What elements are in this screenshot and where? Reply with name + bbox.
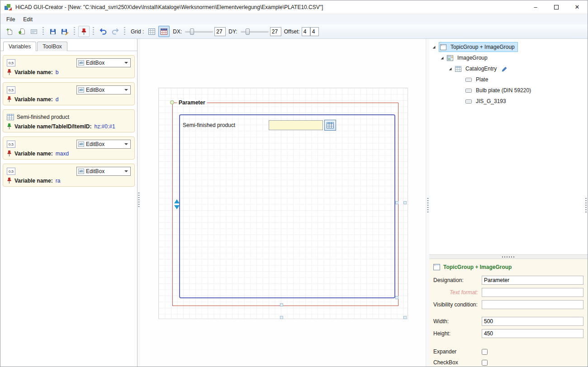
arrow-down-icon xyxy=(174,205,180,209)
dx-slider-track xyxy=(185,31,213,33)
redo-button[interactable] xyxy=(109,26,121,37)
width-input[interactable] xyxy=(482,317,583,326)
selection-handle[interactable] xyxy=(280,303,283,306)
right-splitter[interactable] xyxy=(426,39,429,367)
imagegroup-frame[interactable]: Semi-finished product xyxy=(179,114,395,298)
titlebar: HiCAD GUI-Creator - [New: "C:\hicad_svn\… xyxy=(0,0,588,14)
splitter-grip xyxy=(138,193,140,207)
save-as-button[interactable] xyxy=(59,26,71,37)
visibility-condition-input[interactable] xyxy=(482,300,583,309)
tree-resize-grip[interactable] xyxy=(585,198,587,212)
close-button[interactable]: ✕ xyxy=(567,0,588,14)
editbox-icon: ab xyxy=(78,169,84,174)
undo-button[interactable] xyxy=(97,26,109,37)
control-type-dropdown[interactable]: ab EditBox xyxy=(76,85,131,94)
expander-icon[interactable] xyxy=(448,67,453,71)
grid-toggle-fine[interactable] xyxy=(158,26,170,37)
tree-item-jis[interactable]: JIS_G_3193 xyxy=(429,96,588,107)
open-file-button[interactable] xyxy=(16,26,27,37)
tree-item-topicgroup[interactable]: TopicGroup + ImageGroup xyxy=(429,42,588,52)
semi-finished-input[interactable] xyxy=(269,120,323,130)
dy-slider[interactable] xyxy=(241,28,269,36)
green-pin-icon xyxy=(7,123,12,130)
designation-label: Designation: xyxy=(433,277,482,283)
maximize-button[interactable] xyxy=(546,0,567,14)
export-button[interactable] xyxy=(28,26,39,37)
checkbox-label: CheckBox xyxy=(433,359,482,366)
edit-pencil-icon[interactable] xyxy=(501,66,507,72)
design-surface[interactable]: Parameter Semi-finished product xyxy=(158,88,408,319)
designation-input[interactable] xyxy=(482,276,583,285)
text-format-label: Text format: xyxy=(433,289,482,296)
rotation-handle[interactable] xyxy=(170,100,174,104)
variable-card-semi-finished[interactable]: Semi-finished product Variable name/Tabl… xyxy=(3,109,135,132)
anchor-arrows-icon[interactable] xyxy=(174,199,180,209)
height-input[interactable] xyxy=(482,329,583,338)
tab-variables[interactable]: Variables xyxy=(3,42,36,51)
tree-selection: TopicGroup + ImageGroup xyxy=(439,42,518,52)
grid-toggle-standard[interactable] xyxy=(146,26,157,37)
dx-value-input[interactable] xyxy=(214,27,226,36)
dx-slider[interactable] xyxy=(185,28,213,36)
tab-toolbox[interactable]: ToolBox xyxy=(37,42,67,51)
dy-slider-thumb[interactable] xyxy=(246,28,250,35)
selection-handle[interactable] xyxy=(403,316,407,319)
toolbar-separator xyxy=(93,27,94,36)
dx-slider-thumb[interactable] xyxy=(190,28,194,35)
control-type-dropdown[interactable]: ab EditBox xyxy=(76,167,131,176)
offset-x-input[interactable] xyxy=(302,27,310,36)
dy-value-input[interactable] xyxy=(270,27,281,36)
properties-header: TopicGroup + ImageGroup xyxy=(433,264,583,270)
editbox-icon: ab xyxy=(78,141,84,147)
text-format-input[interactable] xyxy=(482,288,583,297)
catalog-icon xyxy=(455,66,461,72)
red-pin-icon xyxy=(7,69,12,75)
variable-card-d[interactable]: 0,5 ab EditBox Variable name: d xyxy=(3,82,135,105)
variable-card-maxd[interactable]: 0,5 ab EditBox Variable name: m xyxy=(3,136,135,160)
new-file-icon xyxy=(6,28,13,35)
control-type-dropdown[interactable]: ab EditBox xyxy=(76,58,131,67)
variable-card-b[interactable]: 0,5 ab EditBox Variable name: b xyxy=(3,55,135,78)
new-file-button[interactable] xyxy=(4,26,15,37)
tree-item-catalogentry[interactable]: CatalogEntry xyxy=(429,63,588,74)
maximize-icon xyxy=(554,5,559,9)
tree-item-plate[interactable]: Plate xyxy=(429,74,588,85)
toolbar-separator xyxy=(74,27,75,36)
control-type-label: EditBox xyxy=(86,87,123,93)
offset-y-input[interactable] xyxy=(310,27,319,36)
expander-icon[interactable] xyxy=(432,45,437,49)
minimize-button[interactable]: – xyxy=(525,0,546,14)
selection-handle[interactable] xyxy=(395,296,398,299)
app-icon xyxy=(4,4,12,11)
selection-handle[interactable] xyxy=(280,316,283,319)
control-type-dropdown[interactable]: ab EditBox xyxy=(76,140,131,149)
image-icon xyxy=(447,55,453,61)
menu-edit[interactable]: Edit xyxy=(19,15,37,24)
catalog-lookup-button[interactable] xyxy=(324,120,336,131)
tree-item-bulb-plate[interactable]: Bulb plate (DIN 59220) xyxy=(429,85,588,96)
splitter-grip xyxy=(427,198,428,212)
dx-label: DX: xyxy=(173,28,182,35)
arrow-up-icon xyxy=(174,199,180,203)
selection-handle[interactable] xyxy=(395,201,398,204)
properties-splitter[interactable] xyxy=(429,254,588,259)
dy-label: DY: xyxy=(228,28,237,35)
selection-handle[interactable] xyxy=(403,201,407,204)
menu-file[interactable]: File xyxy=(2,15,19,24)
expander-icon[interactable] xyxy=(440,56,445,60)
dy-slider-track xyxy=(241,31,269,33)
checkbox-checkbox[interactable] xyxy=(482,360,488,366)
card-title: Semi-finished product xyxy=(17,114,69,120)
pin-button[interactable] xyxy=(78,26,90,37)
splitter-grip xyxy=(502,256,515,258)
topicgroup-frame[interactable]: Parameter Semi-finished product xyxy=(172,103,398,306)
control-type-label: EditBox xyxy=(86,141,123,147)
save-button[interactable] xyxy=(47,26,58,37)
tree-item-imagegroup[interactable]: ImageGroup xyxy=(429,52,588,63)
decimal-badge: 0,5 xyxy=(7,59,15,66)
variable-name-value: d xyxy=(56,96,59,103)
variable-card-ra[interactable]: 0,5 ab EditBox Variable name: r xyxy=(3,164,135,187)
expander-checkbox[interactable] xyxy=(482,349,488,355)
app-window: HiCAD GUI-Creator - [New: "C:\hicad_svn\… xyxy=(0,0,588,367)
grid-icon xyxy=(148,28,155,35)
